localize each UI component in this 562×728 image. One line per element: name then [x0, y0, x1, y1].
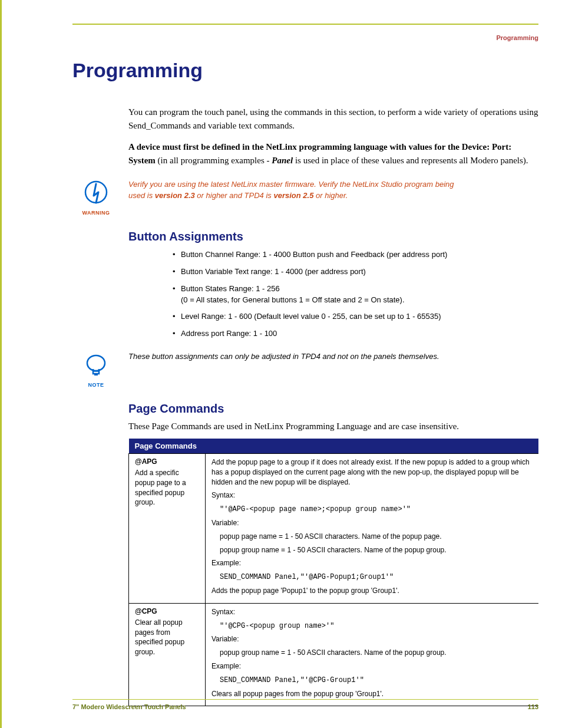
page-footer: 7" Modero Widescreen Touch Panels 113: [72, 699, 538, 710]
intro-panel-italic: Panel: [272, 156, 293, 165]
table-row: @APG Add a specific popup page to a spec…: [129, 454, 539, 604]
intro-suffix: is used in place of these values and rep…: [293, 156, 528, 165]
page-commands-heading: Page Commands: [128, 402, 538, 416]
footer-left: 7" Modero Widescreen Touch Panels: [72, 703, 186, 710]
svg-point-1: [87, 355, 105, 371]
warning-text: Verify you are using the latest NetLinx …: [128, 179, 458, 202]
note-callout: NOTE These button assignments can only b…: [72, 351, 538, 388]
command-name: @CPG: [135, 607, 199, 615]
content-area: Programming You can program the touch pa…: [72, 59, 538, 706]
button-assignments-section: Button Assignments: [128, 230, 538, 243]
list-item: Address port Range: 1 - 100: [173, 328, 538, 340]
intro-paragraph-2: A device must first be defined in the Ne…: [128, 140, 538, 168]
command-cell: @CPG Clear all popup pages from specifie…: [129, 603, 206, 706]
document-page: Programming Programming You can program …: [0, 0, 562, 728]
command-desc: Clear all popup pages from specified pop…: [135, 618, 199, 657]
page-number: 113: [528, 703, 538, 710]
note-text: These button assignments can only be adj…: [128, 351, 439, 363]
command-body: Add the popup page to a group if it does…: [206, 454, 539, 604]
page-title: Programming: [72, 59, 538, 82]
list-item: Level Range: 1 - 600 (Default level valu…: [173, 311, 538, 322]
list-item: Button Channel Range: 1 - 4000 Button pu…: [173, 249, 538, 261]
command-cell: @APG Add a specific popup page to a spec…: [129, 454, 206, 604]
note-icon: NOTE: [78, 351, 114, 388]
table-header: Page Commands: [129, 439, 539, 454]
warning-callout: WARNING Verify you are using the latest …: [72, 179, 538, 216]
list-item: Button States Range: 1 - 256 (0 = All st…: [173, 284, 538, 306]
command-name: @APG: [135, 457, 199, 466]
list-item: Button Variable Text range: 1 - 4000 (pe…: [173, 266, 538, 278]
intro-block: You can program the touch panel, using t…: [128, 106, 538, 167]
button-assignments-list: Button Channel Range: 1 - 4000 Button pu…: [173, 249, 538, 340]
table-row: @CPG Clear all popup pages from specifie…: [129, 603, 539, 706]
page-commands-table: Page Commands @APG Add a specific popup …: [128, 439, 538, 706]
page-commands-section: Page Commands: [128, 402, 538, 416]
intro-mid: (in all programming examples -: [156, 156, 272, 165]
warning-label: WARNING: [78, 210, 114, 216]
intro-paragraph-1: You can program the touch panel, using t…: [128, 106, 538, 133]
header-label: Programming: [496, 34, 538, 41]
command-desc: Add a specific popup page to a specified…: [135, 468, 199, 508]
page-commands-intro: These Page Commands are used in NetLinx …: [128, 421, 538, 431]
button-assignments-heading: Button Assignments: [128, 230, 538, 243]
note-label: NOTE: [78, 382, 114, 388]
top-rule: [72, 24, 538, 25]
command-body: Syntax: "'@CPG-<popup group name>'" Vari…: [206, 603, 539, 706]
warning-icon: WARNING: [78, 179, 114, 216]
